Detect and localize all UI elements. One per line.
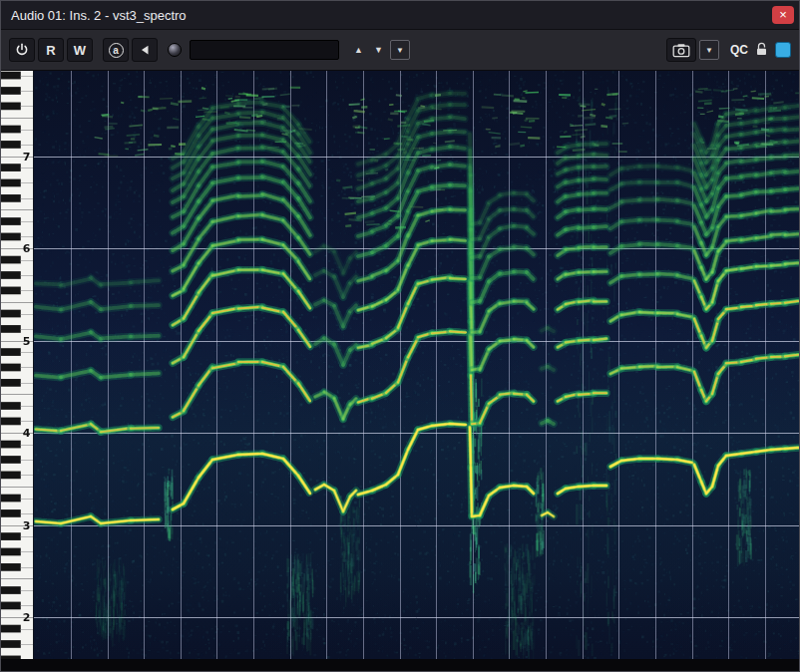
- chevron-down-icon: ▼: [396, 46, 404, 55]
- left-arrow-icon: [138, 43, 152, 57]
- window-title: Audio 01: Ins. 2 - vst3_spectro: [11, 8, 187, 23]
- up-arrow-icon: ▲: [354, 45, 363, 55]
- preset-name-field[interactable]: [190, 40, 339, 60]
- plugin-toolbar: R W a ▲ ▼ ▼ ▼: [1, 29, 799, 71]
- lock-icon: [755, 42, 768, 56]
- back-arrow-button[interactable]: [132, 38, 158, 62]
- camera-icon: [672, 43, 690, 58]
- read-automation-button[interactable]: R: [38, 38, 64, 62]
- snapshot-button[interactable]: [666, 38, 696, 62]
- circled-a-icon: a: [109, 43, 124, 58]
- spectrogram-view[interactable]: [1, 71, 799, 659]
- chevron-down-icon: ▼: [705, 46, 713, 55]
- close-icon: ×: [779, 7, 787, 22]
- plugin-window: Audio 01: Ins. 2 - vst3_spectro × R W a …: [0, 0, 800, 672]
- mini-knob[interactable]: [168, 43, 182, 57]
- qc-lock-button[interactable]: [753, 40, 770, 60]
- snapshot-menu-button[interactable]: ▼: [699, 40, 719, 60]
- titlebar[interactable]: Audio 01: Ins. 2 - vst3_spectro ×: [1, 1, 799, 29]
- spectrogram-panel: [1, 71, 799, 659]
- preset-next-button[interactable]: ▼: [370, 40, 387, 60]
- automation-circle-button[interactable]: a: [103, 38, 129, 62]
- qc-focus-swatch[interactable]: [775, 42, 791, 58]
- preset-prev-button[interactable]: ▲: [350, 40, 367, 60]
- qc-label: QC: [730, 43, 748, 57]
- power-icon: [15, 43, 29, 57]
- preset-menu-button[interactable]: ▼: [390, 40, 410, 60]
- bottom-bar: [1, 659, 799, 671]
- write-automation-button[interactable]: W: [67, 38, 93, 62]
- down-arrow-icon: ▼: [374, 45, 383, 55]
- bypass-button[interactable]: [9, 38, 35, 62]
- close-button[interactable]: ×: [772, 6, 794, 24]
